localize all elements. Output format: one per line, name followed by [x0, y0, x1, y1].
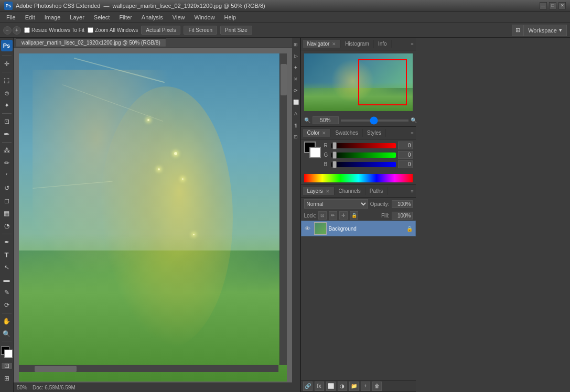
- right-tool-3[interactable]: ✦: [292, 62, 299, 73]
- clone-stamp-tool[interactable]: ⎖: [1, 170, 13, 181]
- swatches-tab[interactable]: Swatches: [331, 129, 362, 137]
- type-tool[interactable]: T: [1, 249, 13, 260]
- layer-group-button[interactable]: 📁: [349, 382, 359, 391]
- marquee-tool[interactable]: ⬚: [1, 74, 13, 86]
- menu-filter[interactable]: Filter: [115, 13, 136, 21]
- eyedropper-tool[interactable]: ✒: [1, 128, 13, 140]
- close-button[interactable]: ✕: [558, 2, 566, 9]
- actual-pixels-button[interactable]: Actual Pixels: [141, 26, 180, 35]
- lock-all-button[interactable]: 🔒: [350, 211, 358, 220]
- horizontal-scrollbar[interactable]: [19, 365, 278, 372]
- right-tool-5[interactable]: ⟳: [292, 85, 299, 96]
- layer-mask-button[interactable]: ⬜: [326, 382, 336, 391]
- color-spectrum[interactable]: [304, 174, 413, 182]
- color-tab[interactable]: Color ✕: [303, 129, 331, 137]
- layer-link-button[interactable]: 🔗: [303, 382, 313, 391]
- layer-effects-button[interactable]: fx: [315, 382, 324, 391]
- zoom-all-checkbox[interactable]: [88, 27, 93, 33]
- zoom-plus-button[interactable]: +: [13, 26, 21, 35]
- right-tool-2[interactable]: ▷: [292, 50, 299, 62]
- layers-tab-close[interactable]: ✕: [326, 189, 330, 194]
- lock-transparent-button[interactable]: ⊡: [318, 211, 327, 220]
- blend-mode-select[interactable]: Normal Multiply Screen: [304, 199, 368, 209]
- path-selection-tool[interactable]: ↖: [1, 262, 13, 273]
- opacity-input[interactable]: [392, 200, 413, 208]
- 3d-rotate-tool[interactable]: ⟳: [1, 299, 13, 311]
- quick-mask-button[interactable]: ⊡: [1, 362, 13, 369]
- color-tab-close[interactable]: ✕: [322, 130, 326, 136]
- right-tool-7[interactable]: A: [292, 108, 299, 119]
- table-row[interactable]: 👁 Background 🔒: [301, 221, 416, 236]
- navigator-tab[interactable]: Navigator ✕: [303, 40, 341, 48]
- right-tool-8[interactable]: ¶: [292, 119, 299, 131]
- background-swatch[interactable]: [309, 147, 321, 158]
- menu-edit[interactable]: Edit: [21, 13, 39, 21]
- navigator-tab-close[interactable]: ✕: [332, 41, 336, 47]
- color-panel-menu[interactable]: ≡: [411, 130, 413, 136]
- paths-tab[interactable]: Paths: [365, 187, 388, 195]
- menu-help[interactable]: Help: [220, 13, 241, 21]
- gradient-tool[interactable]: ▦: [1, 208, 13, 219]
- right-tool-6[interactable]: ⬜: [292, 96, 299, 108]
- nav-zoom-out-icon[interactable]: 🔍: [304, 117, 310, 123]
- restore-button[interactable]: □: [549, 2, 556, 9]
- red-value[interactable]: [398, 141, 413, 149]
- print-size-button[interactable]: Print Size: [220, 26, 252, 35]
- move-tool[interactable]: ✛: [1, 58, 13, 70]
- styles-tab[interactable]: Styles: [363, 129, 386, 137]
- menu-image[interactable]: Image: [40, 13, 65, 21]
- spot-healing-tool[interactable]: ⁂: [1, 145, 13, 156]
- fit-screen-button[interactable]: Fit Screen: [184, 26, 217, 35]
- nav-zoom-in-icon[interactable]: 🔍: [411, 117, 417, 123]
- lock-image-button[interactable]: ✏: [329, 211, 337, 220]
- nav-zoom-input[interactable]: [313, 116, 339, 124]
- blue-slider-thumb[interactable]: [332, 161, 337, 168]
- red-slider[interactable]: [331, 143, 396, 148]
- blue-slider[interactable]: [331, 162, 396, 167]
- zoom-all-check[interactable]: Zoom All Windows: [88, 27, 138, 33]
- histogram-tab[interactable]: Histogram: [341, 40, 374, 48]
- layer-delete-button[interactable]: 🗑: [372, 382, 382, 391]
- window-controls[interactable]: — □ ✕: [540, 2, 566, 9]
- magic-wand-tool[interactable]: ✦: [1, 100, 13, 111]
- menu-layer[interactable]: Layer: [66, 13, 89, 21]
- menu-select[interactable]: Select: [90, 13, 114, 21]
- background-color[interactable]: [4, 350, 13, 358]
- blue-value[interactable]: [398, 160, 413, 168]
- vertical-scrollbar[interactable]: [279, 53, 287, 365]
- nav-zoom-slider[interactable]: [341, 119, 408, 122]
- layer-adjustment-button[interactable]: ◑: [338, 382, 347, 391]
- zoom-tool[interactable]: 🔍: [1, 328, 13, 340]
- crop-tool[interactable]: ⊡: [1, 116, 13, 127]
- menu-view[interactable]: View: [168, 13, 189, 21]
- brush-tool[interactable]: ✏: [1, 157, 13, 169]
- right-tool-9[interactable]: ⊡: [292, 131, 299, 143]
- eraser-tool[interactable]: ◻: [1, 195, 13, 206]
- menu-analysis[interactable]: Analysis: [137, 13, 167, 21]
- layers-tab[interactable]: Layers ✕: [303, 187, 335, 195]
- fill-input[interactable]: [392, 212, 413, 220]
- info-tab[interactable]: Info: [374, 40, 392, 48]
- resize-windows-check[interactable]: Resize Windows To Fit: [24, 27, 84, 33]
- lock-position-button[interactable]: ✛: [339, 211, 348, 220]
- canvas-area[interactable]: 50% Doc: 6.59M/6.59M: [14, 48, 292, 392]
- zoom-minus-button[interactable]: −: [3, 26, 12, 35]
- navigator-panel-menu[interactable]: ≡: [411, 41, 413, 47]
- notes-tool[interactable]: ✎: [1, 287, 13, 298]
- minimize-button[interactable]: —: [540, 2, 547, 9]
- hand-tool[interactable]: ✋: [1, 315, 13, 327]
- document-tab[interactable]: wallpaper_martin_lisec_02_1920x1200.jpg …: [16, 38, 166, 47]
- right-tool-1[interactable]: ⊞: [292, 39, 299, 50]
- workspace-button[interactable]: Workspace ▾: [523, 25, 567, 36]
- red-slider-thumb[interactable]: [332, 142, 337, 149]
- shape-tool[interactable]: ▬: [1, 274, 13, 286]
- layer-new-button[interactable]: +: [361, 382, 370, 391]
- green-slider[interactable]: [331, 153, 396, 158]
- vertical-scroll-thumb[interactable]: [281, 64, 287, 95]
- right-tool-4[interactable]: ✕: [292, 73, 299, 85]
- green-value[interactable]: [398, 151, 413, 159]
- menu-window[interactable]: Window: [190, 13, 219, 21]
- channels-tab[interactable]: Channels: [335, 187, 365, 195]
- horizontal-scroll-thumb[interactable]: [35, 366, 77, 372]
- dodge-tool[interactable]: ◔: [1, 220, 13, 232]
